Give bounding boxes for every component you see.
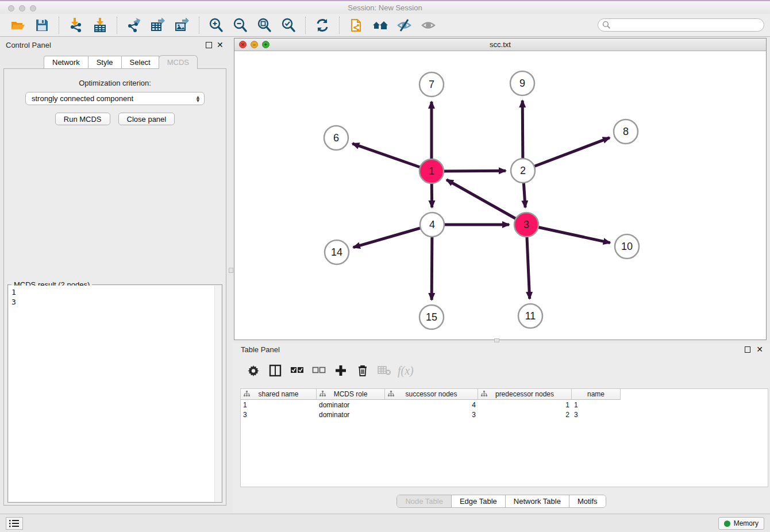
zoom-selected-icon[interactable] — [279, 17, 298, 34]
refresh-icon[interactable] — [313, 17, 332, 34]
table-cell[interactable]: 2 — [478, 411, 572, 419]
toolbar-separator — [117, 17, 117, 34]
traffic-lights — [8, 5, 36, 11]
tab-edge-table[interactable]: Edge Table — [452, 495, 506, 507]
table-cell[interactable]: dominator — [317, 401, 385, 409]
svg-text:15: 15 — [426, 311, 437, 323]
zoom-window-button[interactable] — [30, 5, 36, 11]
zoom-out-icon[interactable] — [231, 17, 249, 34]
import-network-icon[interactable] — [67, 17, 85, 34]
vertical-splitter-handle[interactable] — [229, 268, 233, 273]
optimization-criterion-value: strongly connected component — [32, 94, 133, 103]
column-header-MCDS-role[interactable]: MCDS role — [317, 389, 385, 399]
table-row[interactable]: 1dominator411 — [241, 400, 768, 410]
table-cell[interactable]: 3 — [241, 411, 317, 419]
network-maximize-button[interactable]: + — [262, 41, 270, 48]
import-table-icon[interactable] — [91, 17, 109, 34]
column-view-icon[interactable] — [267, 362, 284, 379]
node-2[interactable]: 2 — [511, 159, 535, 183]
control-panel-title: Control Panel — [6, 41, 51, 49]
network-canvas[interactable]: 7968124314101511 — [234, 51, 766, 340]
node-3[interactable]: 3 — [514, 213, 538, 237]
titlebar: Session: New Session — [0, 1, 770, 14]
node-4[interactable]: 4 — [420, 213, 444, 237]
table-cell[interactable]: 1 — [572, 401, 621, 409]
horizontal-splitter-handle[interactable] — [494, 338, 499, 342]
hide-selected-icon[interactable] — [395, 17, 414, 34]
list-icon — [9, 519, 20, 527]
control-panel-float-icon[interactable] — [206, 42, 212, 48]
node-10[interactable]: 10 — [615, 234, 639, 259]
svg-text:11: 11 — [525, 310, 536, 322]
task-history-button[interactable] — [6, 517, 23, 530]
network-close-button[interactable]: ✕ — [239, 41, 247, 48]
node-9[interactable]: 9 — [510, 71, 534, 95]
edge-3-1[interactable] — [446, 180, 526, 225]
save-session-icon[interactable] — [33, 17, 51, 34]
tab-network[interactable]: Network — [44, 56, 88, 68]
select-all-columns-icon[interactable] — [288, 362, 306, 379]
table-panel-float-icon[interactable] — [745, 346, 750, 353]
memory-button[interactable]: Memory — [718, 517, 764, 530]
create-column-plus-icon[interactable] — [332, 362, 349, 379]
minimize-window-button[interactable] — [19, 5, 25, 11]
delete-column-trash-icon[interactable] — [354, 362, 371, 379]
column-header-successor-nodes[interactable]: successor nodes — [385, 389, 478, 399]
node-6[interactable]: 6 — [324, 126, 348, 150]
tab-mcds[interactable]: MCDS — [159, 55, 198, 69]
new-network-from-selection-icon[interactable] — [347, 17, 365, 34]
table-row[interactable]: 3dominator323 — [241, 410, 768, 419]
optimization-criterion-select[interactable]: strongly connected component ▲▼ — [25, 92, 205, 105]
export-image-icon[interactable] — [173, 17, 191, 34]
tab-node-table[interactable]: Node Table — [397, 495, 452, 507]
tab-style[interactable]: Style — [88, 56, 122, 68]
node-14[interactable]: 14 — [325, 240, 349, 264]
tab-network-table[interactable]: Network Table — [506, 495, 569, 507]
window-title: Session: New Session — [348, 3, 422, 12]
node-11[interactable]: 11 — [518, 304, 542, 328]
network-graph[interactable]: 7968124314101511 — [234, 51, 766, 340]
tab-motifs[interactable]: Motifs — [569, 495, 606, 507]
table-cell[interactable]: 1 — [478, 401, 572, 409]
table-settings-gear-icon[interactable] — [245, 362, 262, 379]
node-8[interactable]: 8 — [614, 119, 638, 144]
table-cell[interactable]: 3 — [572, 411, 621, 419]
table-cell[interactable]: dominator — [317, 411, 385, 419]
column-header-shared-name[interactable]: shared name — [241, 389, 317, 399]
table-cell[interactable]: 3 — [385, 411, 478, 419]
result-scrollbar[interactable] — [214, 286, 221, 502]
network-minimize-button[interactable]: − — [251, 41, 258, 48]
export-network-icon[interactable] — [125, 17, 143, 34]
mcds-result-text[interactable]: 1 3 — [9, 286, 221, 502]
table-panel: Table Panel ✕ f(x) shared nameMCDS roles… — [233, 343, 770, 512]
column-header-label: predecessor nodes — [495, 390, 554, 398]
run-mcds-button[interactable]: Run MCDS — [55, 113, 110, 125]
control-panel-close-icon[interactable]: ✕ — [217, 40, 224, 49]
svg-text:6: 6 — [333, 132, 339, 144]
zoom-fit-icon[interactable] — [255, 17, 274, 34]
open-session-icon[interactable] — [9, 17, 27, 34]
table-panel-close-icon[interactable]: ✕ — [756, 345, 763, 354]
edge-3-10[interactable] — [526, 225, 610, 243]
search-field-wrap — [598, 18, 764, 32]
export-table-icon[interactable] — [149, 17, 167, 34]
first-neighbors-icon[interactable] — [371, 17, 390, 34]
svg-text:7: 7 — [429, 79, 434, 90]
column-header-predecessor-nodes[interactable]: predecessor nodes — [478, 389, 572, 399]
main-toolbar — [0, 14, 770, 37]
node-15[interactable]: 15 — [419, 305, 444, 329]
close-panel-button[interactable]: Close panel — [118, 113, 175, 125]
table-cell[interactable]: 4 — [385, 401, 478, 409]
table-cell[interactable]: 1 — [241, 401, 317, 409]
node-7[interactable]: 7 — [419, 72, 444, 97]
unselect-all-columns-icon[interactable] — [310, 362, 328, 379]
close-window-button[interactable] — [8, 5, 14, 11]
zoom-in-icon[interactable] — [207, 17, 225, 34]
column-header-name[interactable]: name — [572, 389, 621, 399]
edge-2-8[interactable] — [523, 138, 610, 171]
search-input[interactable] — [598, 18, 764, 32]
node-1[interactable]: 1 — [419, 159, 444, 183]
network-view-titlebar[interactable]: ✕ − + scc.txt — [234, 38, 766, 51]
tab-select[interactable]: Select — [121, 56, 159, 68]
show-all-icon[interactable] — [419, 17, 438, 34]
